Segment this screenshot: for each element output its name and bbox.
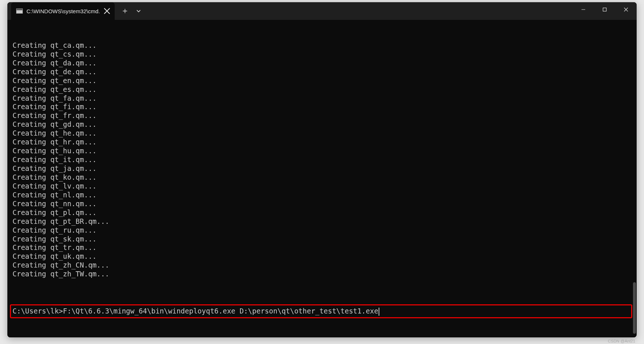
- maximize-icon: [602, 7, 607, 12]
- minimize-icon: [581, 7, 586, 12]
- close-icon: [624, 7, 628, 12]
- close-window-button[interactable]: [615, 2, 637, 17]
- output-line: Creating qt_it.qm...: [12, 155, 634, 164]
- output-line: Creating qt_sk.qm...: [12, 235, 634, 244]
- window-controls: [573, 2, 637, 20]
- prompt-cwd: C:\Users\lk>: [12, 307, 63, 315]
- svg-rect-0: [603, 8, 607, 11]
- output-line: Creating qt_uk.qm...: [12, 252, 634, 261]
- plus-icon: [122, 8, 128, 14]
- output-line: Creating qt_cs.qm...: [12, 50, 634, 59]
- terminal-body[interactable]: Creating qt_ca.qm...Creating qt_cs.qm...…: [7, 20, 637, 337]
- output-line: Creating qt_fi.qm...: [12, 103, 634, 111]
- close-tab-button[interactable]: [104, 8, 110, 14]
- minimize-button[interactable]: [573, 2, 594, 17]
- scrollbar-thumb[interactable]: [633, 282, 636, 334]
- output-line: Creating qt_pl.qm...: [12, 208, 634, 217]
- tab-dropdown-button[interactable]: [132, 4, 145, 18]
- maximize-button[interactable]: [594, 2, 615, 17]
- output-line: Creating qt_es.qm...: [12, 85, 634, 94]
- tab-active[interactable]: C:\WINDOWS\system32\cmd.: [11, 2, 115, 20]
- titlebar: C:\WINDOWS\system32\cmd.: [7, 2, 637, 20]
- output-line: Creating qt_he.qm...: [12, 129, 634, 138]
- output-line: Creating qt_da.qm...: [12, 59, 634, 68]
- output-line: Creating qt_ko.qm...: [12, 173, 634, 182]
- output-line: Creating qt_tr.qm...: [12, 243, 634, 252]
- output-line: Creating qt_hr.qm...: [12, 138, 634, 147]
- chevron-down-icon: [136, 8, 141, 14]
- new-tab-button[interactable]: [118, 4, 132, 18]
- output-line: Creating qt_ca.qm...: [12, 41, 634, 50]
- prompt-line: C:\Users\lk>F:\Qt\6.6.3\mingw_64\bin\win…: [12, 307, 379, 316]
- close-icon: [104, 8, 110, 14]
- output-line: Creating qt_zh_TW.qm...: [12, 270, 634, 279]
- output-line: Creating qt_hu.qm...: [12, 147, 634, 155]
- cmd-icon: [16, 8, 23, 14]
- command-highlight-box: C:\Users\lk>F:\Qt\6.6.3\mingw_64\bin\win…: [10, 304, 632, 318]
- terminal-output: Creating qt_ca.qm...Creating qt_cs.qm...…: [12, 41, 634, 279]
- output-line: Creating qt_nl.qm...: [12, 191, 634, 200]
- prompt-command[interactable]: F:\Qt\6.6.3\mingw_64\bin\windeployqt6.ex…: [63, 307, 378, 315]
- output-line: Creating qt_gd.qm...: [12, 120, 634, 129]
- tab-title: C:\WINDOWS\system32\cmd.: [26, 8, 100, 14]
- output-line: Creating qt_nn.qm...: [12, 200, 634, 208]
- output-line: Creating qt_de.qm...: [12, 68, 634, 76]
- scrollbar[interactable]: [632, 42, 636, 334]
- output-line: Creating qt_en.qm...: [12, 76, 634, 85]
- output-line: Creating qt_fr.qm...: [12, 111, 634, 120]
- output-line: Creating qt_ja.qm...: [12, 164, 634, 173]
- output-line: Creating qt_fa.qm...: [12, 94, 634, 103]
- output-line: Creating qt_lv.qm...: [12, 182, 634, 191]
- terminal-window: C:\WINDOWS\system32\cmd. Creating qt_ca.…: [7, 2, 637, 337]
- text-cursor: [379, 308, 379, 316]
- output-line: Creating qt_ru.qm...: [12, 226, 634, 235]
- output-line: Creating qt_pt_BR.qm...: [12, 217, 634, 226]
- watermark: CSDN @Ant21: [608, 339, 635, 343]
- output-line: Creating qt_zh_CN.qm...: [12, 261, 634, 270]
